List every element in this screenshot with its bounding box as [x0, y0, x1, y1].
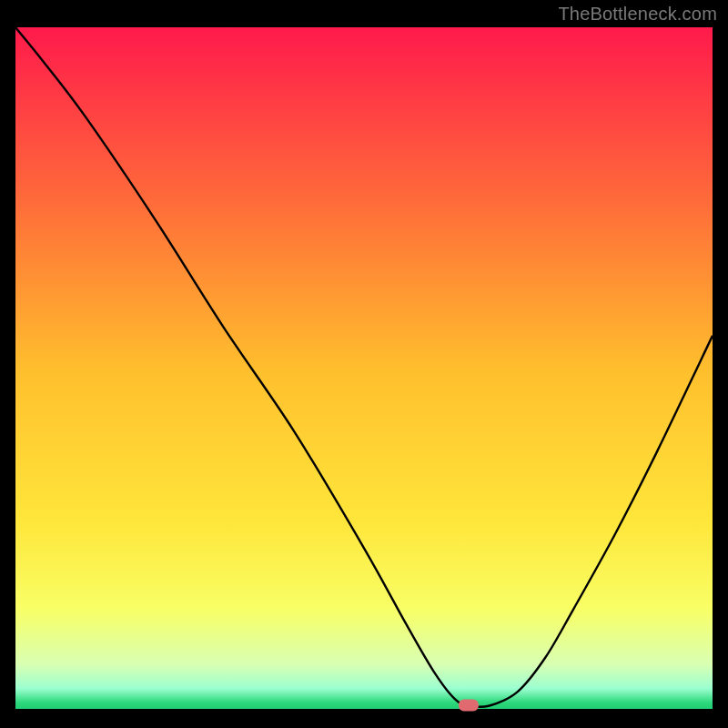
bottleneck-chart [15, 27, 713, 713]
chart-frame: TheBottleneck.com [0, 0, 728, 728]
optimal-marker [459, 699, 479, 711]
plot-area [15, 27, 713, 713]
x-axis [15, 709, 713, 713]
attribution-label: TheBottleneck.com [558, 4, 717, 25]
gradient-background [15, 27, 713, 713]
